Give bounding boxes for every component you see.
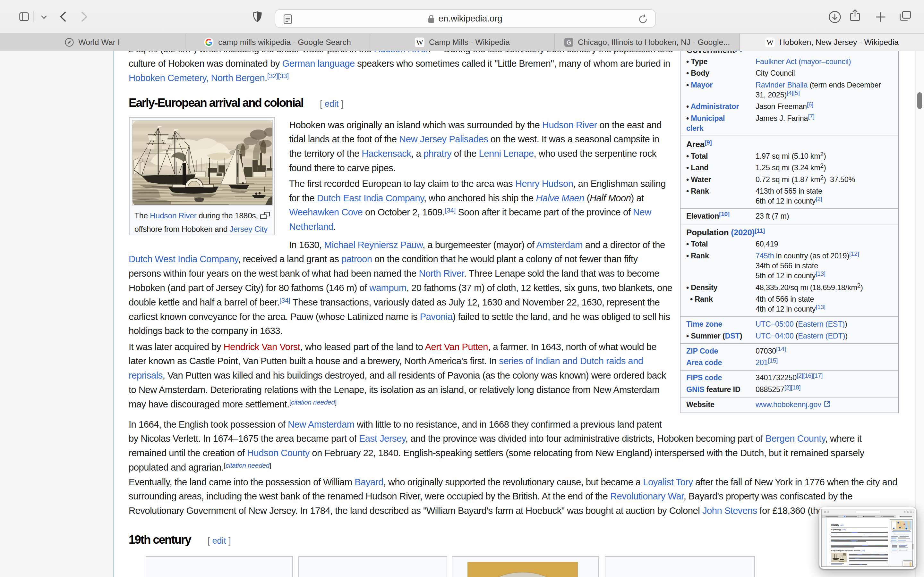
hudson-river-etching-image[interactable] bbox=[132, 120, 273, 205]
reference-link[interactable]: [10] bbox=[719, 211, 730, 218]
wiki-link[interactable]: Michael Reyniersz Pauw bbox=[324, 240, 423, 250]
reference-link[interactable]: [2][16][17] bbox=[796, 372, 822, 379]
reference-link[interactable]: [15] bbox=[768, 357, 777, 364]
wiki-link[interactable]: Faulkner Act (mayor–council) bbox=[756, 57, 851, 66]
wiki-link[interactable]: German language bbox=[282, 58, 355, 69]
wiki-link[interactable]: New Amsterdam bbox=[288, 419, 355, 430]
tab-4[interactable]: GChicago, Illinois to Hoboken, NJ - Goog… bbox=[554, 34, 739, 51]
wiki-link[interactable]: Hackensack bbox=[362, 148, 411, 159]
wiki-link[interactable]: reprisals bbox=[129, 370, 163, 380]
reference-link[interactable]: [32][33] bbox=[267, 72, 289, 79]
gallery-item-1[interactable] bbox=[145, 556, 293, 577]
wiki-link[interactable]: East Jersey bbox=[359, 434, 405, 444]
gallery-item-2[interactable] bbox=[298, 556, 447, 577]
wiki-link[interactable]: DST bbox=[725, 332, 740, 340]
wiki-link[interactable]: UTC−05:00 bbox=[756, 320, 793, 328]
wiki-link[interactable]: Hudson River bbox=[374, 51, 428, 54]
reference-link[interactable]: [8] bbox=[735, 51, 742, 52]
magnify-icon[interactable] bbox=[260, 212, 270, 219]
sidebar-toggle-button[interactable] bbox=[19, 12, 29, 21]
wiki-link[interactable]: Eastern (EDT) bbox=[798, 332, 845, 340]
wiki-link[interactable]: Bergen County bbox=[766, 434, 825, 444]
scrollbar-track[interactable] bbox=[915, 51, 924, 577]
wiki-link[interactable]: UTC−04:00 bbox=[756, 332, 793, 340]
downloads-button[interactable] bbox=[829, 11, 841, 23]
scrollbar-thumb[interactable] bbox=[917, 92, 922, 109]
wiki-link[interactable]: Netherland bbox=[289, 221, 333, 232]
reference-link[interactable]: [2] bbox=[816, 195, 822, 202]
gallery-item-4[interactable] bbox=[605, 556, 755, 577]
reference-link[interactable]: [7] bbox=[808, 113, 814, 119]
wiki-link[interactable]: Pavonia bbox=[420, 311, 453, 322]
reference-link[interactable]: [34] bbox=[445, 206, 455, 214]
wiki-link[interactable]: www.hobokennj.gov bbox=[756, 400, 821, 409]
wiki-link[interactable]: FIPS code bbox=[686, 374, 722, 382]
edit-link[interactable]: edit bbox=[212, 536, 226, 546]
wiki-link[interactable]: phratry bbox=[423, 148, 451, 159]
address-bar[interactable]: en.wikipedia.org bbox=[275, 9, 656, 28]
wiki-link[interactable]: North River bbox=[419, 268, 464, 279]
tab-2[interactable]: camp mills wikipedia - Google Search bbox=[185, 34, 370, 51]
wiki-link[interactable]: Hudson River bbox=[542, 120, 597, 130]
reference-link[interactable]: [34] bbox=[279, 297, 290, 304]
wiki-redlink[interactable]: Hendrick Van Vorst bbox=[224, 342, 300, 352]
wiki-link[interactable]: Revolutionary War bbox=[610, 491, 684, 501]
new-tab-button[interactable] bbox=[876, 12, 885, 22]
reference-link[interactable]: [2][18] bbox=[784, 384, 801, 391]
tab-1[interactable]: World War I bbox=[0, 34, 185, 51]
wiki-link[interactable]: Weehawken Cove bbox=[289, 207, 363, 218]
wiki-link[interactable]: Lenni Lenape bbox=[479, 148, 534, 159]
wiki-link[interactable]: Area code bbox=[686, 358, 722, 367]
wiki-link-italic[interactable]: Halve Maen bbox=[536, 193, 584, 203]
wiki-link[interactable]: Dutch West India Company bbox=[129, 254, 238, 264]
reference-link[interactable]: [12] bbox=[849, 250, 859, 257]
tab-3[interactable]: WCamp Mills - Wikipedia bbox=[370, 34, 554, 51]
wiki-link[interactable]: Administrator bbox=[690, 102, 739, 111]
wiki-link[interactable]: Hoboken Cemetery, North Bergen bbox=[129, 73, 265, 83]
wiki-link[interactable]: patroon bbox=[341, 254, 372, 264]
wiki-link[interactable]: Municipal clerk bbox=[686, 114, 725, 132]
reference-link[interactable]: [4][5] bbox=[787, 89, 800, 96]
wiki-redlink[interactable]: Aert Van Putten bbox=[425, 342, 488, 352]
wiki-link[interactable]: Eastern (EST) bbox=[798, 320, 845, 328]
wiki-link[interactable]: Jersey City bbox=[230, 225, 268, 234]
citation-needed-link[interactable]: citation needed bbox=[291, 398, 334, 406]
reference-link[interactable]: [13] bbox=[816, 303, 825, 310]
wiki-link[interactable]: New bbox=[633, 207, 651, 218]
citation-needed-link[interactable]: citation needed bbox=[226, 462, 269, 469]
tab-5-active[interactable]: WHoboken, New Jersey - Wikipedia bbox=[739, 34, 924, 51]
privacy-shield-icon[interactable] bbox=[253, 11, 262, 22]
reference-link[interactable]: [14] bbox=[776, 346, 786, 352]
wiki-link[interactable]: John Stevens bbox=[702, 506, 757, 516]
wiki-link[interactable]: New Jersey Palisades bbox=[399, 134, 488, 144]
reference-link[interactable]: [11] bbox=[754, 227, 764, 234]
sidebar-chevron-down-icon[interactable] bbox=[41, 15, 47, 19]
wiki-link[interactable]: 745th bbox=[756, 251, 774, 260]
wiki-link[interactable]: 201 bbox=[756, 358, 768, 367]
wiki-link[interactable]: Hudson County bbox=[247, 448, 310, 458]
wiki-link[interactable]: ZIP Code bbox=[686, 347, 718, 355]
back-button[interactable] bbox=[60, 11, 66, 22]
wiki-link[interactable]: GNIS bbox=[686, 385, 704, 394]
wiki-link[interactable]: wampum bbox=[369, 283, 406, 293]
forward-button[interactable] bbox=[81, 11, 87, 22]
reload-button[interactable] bbox=[638, 15, 648, 24]
reference-link[interactable]: [9] bbox=[704, 139, 712, 146]
reference-link[interactable]: [13] bbox=[816, 270, 825, 277]
wiki-link[interactable]: Time zone bbox=[686, 320, 722, 328]
wiki-link[interactable]: Dutch East India Company bbox=[317, 193, 424, 203]
wiki-link[interactable]: (2020) bbox=[731, 227, 754, 237]
wiki-link[interactable]: Bayard bbox=[355, 477, 383, 487]
wiki-link[interactable]: Henry Hudson bbox=[515, 179, 573, 189]
wiki-link[interactable]: Ravinder Bhalla bbox=[756, 81, 808, 89]
wiki-link[interactable]: Loyalist Tory bbox=[643, 477, 693, 487]
wiki-link[interactable]: Amsterdam bbox=[536, 240, 583, 250]
tab-overview-button[interactable] bbox=[900, 11, 911, 21]
edit-link[interactable]: edit bbox=[325, 99, 338, 109]
wiki-link[interactable]: Mayor bbox=[691, 81, 712, 89]
wiki-link[interactable]: Hudson River bbox=[150, 211, 196, 220]
reference-link[interactable]: [6] bbox=[807, 101, 813, 108]
share-button[interactable] bbox=[850, 9, 860, 21]
wiki-link[interactable]: series of Indian and Dutch raids and bbox=[499, 356, 643, 366]
screenshot-preview-thumbnail[interactable]: History [edit]Etymology [ edit]Early-Eur… bbox=[819, 507, 917, 569]
